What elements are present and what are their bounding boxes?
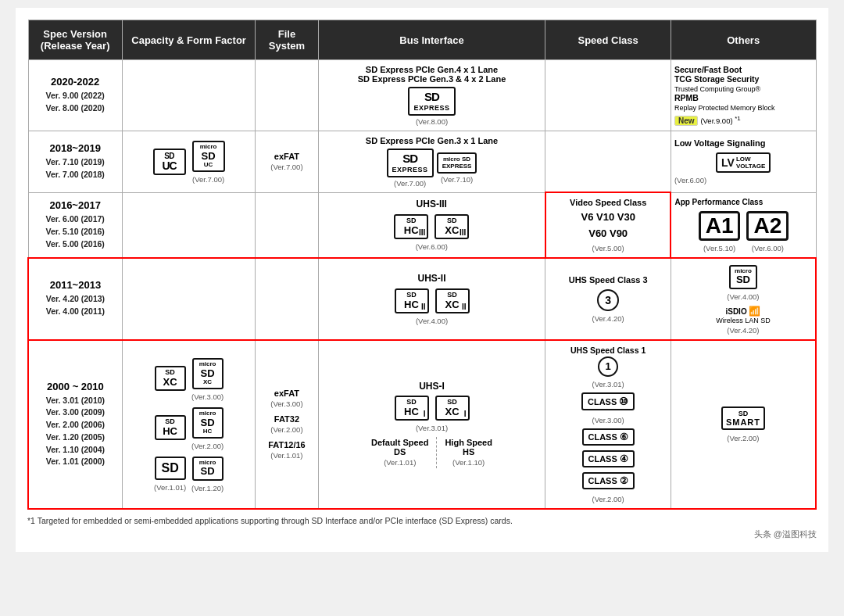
ds-hs-divider <box>436 437 437 468</box>
sdhci-logo: SD HC I <box>395 396 429 421</box>
new-badge: New <box>674 116 699 126</box>
uhs1-section: UHS Speed Class 1 1 (Ver.3.01) <box>570 346 646 389</box>
bus-2000-content: UHS-I SD HC I SD XC I <box>322 381 542 468</box>
bus-2011-logos: SD HC II SD XC II <box>393 287 471 315</box>
lv-logo: LV LOWVOLTAGE <box>716 152 771 173</box>
microsdexpress-logo-wrap: micro SD EXPRESS <box>437 152 477 174</box>
page-wrapper: Spec Version (Release Year) Capacity & F… <box>16 8 828 552</box>
microsduc-logo: micro SD UC <box>192 141 225 172</box>
year-label-2020: 2020-2022 Ver. 9.00 (2022)Ver. 8.00 (202… <box>28 60 122 131</box>
capacity-2020 <box>122 60 256 131</box>
class2-box: CLASS ② <box>582 472 635 489</box>
roman-i-2: I <box>464 410 467 418</box>
sduc-logo: SD UC <box>153 149 186 175</box>
sdxcii-logo: SD XC II <box>435 288 470 313</box>
others-2020: Secure/Fast Boot TCG Storage Security Tr… <box>671 60 816 131</box>
sdxc-logo: SD XC <box>155 366 186 391</box>
high-speed: High SpeedHS (Ver.1.10) <box>445 438 492 467</box>
watermark: 头条 @溢图科技 <box>27 528 817 540</box>
col-speed: Speed Class <box>545 20 671 60</box>
bus-2020-content: SD Express PCIe Gen.4 x 1 LaneSD Express… <box>322 65 542 126</box>
sdhciii-logo: SD HC III <box>394 214 428 239</box>
sdhcii-logo: SD HC II <box>395 288 429 313</box>
app-class-logos: A1 (Ver.5.10) A2 (Ver.6.00) <box>674 210 812 252</box>
roman-iii-1: III <box>419 228 425 237</box>
row-2000: 2000 ~ 2010 Ver. 3.01 (2010) Ver. 3.00 (… <box>28 340 816 509</box>
class4-box: CLASS ④ <box>582 450 635 467</box>
capacity-2016 <box>122 192 256 258</box>
sdhc-logo: SD HC <box>155 415 186 440</box>
uhsi-logos: SD HC I SD XC I <box>393 394 471 422</box>
bus-2018-desc: SD Express PCIe Gen.3 x 1 Lane <box>366 136 498 145</box>
col-filesystem: File System <box>256 20 318 60</box>
roman-ii-2: II <box>462 303 467 311</box>
sduc-wrap: SD UC <box>152 147 188 177</box>
bus-2018: SD Express PCIe Gen.3 x 1 Lane SD EXPRES… <box>318 131 545 192</box>
isdi-label: iSDIO 📶 <box>725 306 760 317</box>
fs-2000: exFAT (Ver.3.00) FAT32 (Ver.2.00) FAT12/… <box>256 340 318 509</box>
wireless-label: Wireless LAN SD <box>716 317 771 324</box>
sd-smart-logo: SD SMART <box>721 406 765 430</box>
fs-2018: exFAT (Ver.7.00) <box>256 131 318 192</box>
speed-2018 <box>545 131 671 192</box>
row-2020: 2020-2022 Ver. 9.00 (2022)Ver. 8.00 (202… <box>28 60 816 131</box>
bus-2016: UHS-III SD HC III S <box>318 192 545 258</box>
fs-2011 <box>256 258 318 340</box>
microsd-400-logo: micro SD <box>729 265 757 289</box>
bus-2011-content: UHS-II SD HC II SD <box>322 273 542 325</box>
microsdexpress-logo: micro SD EXPRESS <box>437 152 477 174</box>
sd-logo-std: SD <box>155 457 186 480</box>
bus-2011: UHS-II SD HC II SD <box>318 258 545 340</box>
others-2011-content: micro SD (Ver.4.00) iSDIO 📶 Wireless LAN… <box>674 263 812 335</box>
year-label-2016: 2016~2017 Ver. 6.00 (2017)Ver. 5.10 (201… <box>28 192 122 258</box>
capacity-2011 <box>122 258 256 340</box>
col-bus: Bus Interface <box>318 20 545 60</box>
uhs3-label: UHS Speed Class 3 <box>569 275 648 285</box>
bus-2020: SD Express PCIe Gen.4 x 1 LaneSD Express… <box>318 60 545 131</box>
roman-iii-2: III <box>460 228 466 237</box>
app-class-a1: A1 <box>699 211 741 241</box>
bus-2018-content: SD Express PCIe Gen.3 x 1 Lane SD EXPRES… <box>322 136 542 188</box>
year-label-2018: 2018~2019 Ver. 7.10 (2019)Ver. 7.00 (201… <box>28 131 122 192</box>
sdexpress-logo: SD EXPRESS <box>408 87 455 116</box>
bus-2016-logos: SD HC III SD XC III <box>392 213 470 241</box>
microsdhc-logo: micro SD HC <box>192 407 224 439</box>
others-2000: SD SMART (Ver.2.00) <box>671 340 816 509</box>
fs-2020 <box>256 60 318 131</box>
bus-2020-desc: SD Express PCIe Gen.4 x 1 LaneSD Express… <box>358 65 506 84</box>
row-2016: 2016~2017 Ver. 6.00 (2017)Ver. 5.10 (201… <box>28 192 816 258</box>
speed-2000: UHS Speed Class 1 1 (Ver.3.01) CLASS ⑩ (… <box>545 340 671 509</box>
sd-express-logo-2020: SD EXPRESS (Ver.8.00) <box>408 87 455 126</box>
uhs3-content: UHS Speed Class 3 3 (Ver.4.20) <box>549 275 667 323</box>
video-speed-label: Video Speed Class <box>570 198 646 207</box>
col-spec-version: Spec Version (Release Year) <box>28 20 122 60</box>
capacity-2018: SD UC micro SD UC (Ver.7.00) <box>122 131 256 192</box>
roman-ii-1: II <box>421 303 426 311</box>
year-label-2000: 2000 ~ 2010 Ver. 3.01 (2010) Ver. 3.00 (… <box>28 340 122 509</box>
speed-2000-content: UHS Speed Class 1 1 (Ver.3.01) CLASS ⑩ (… <box>549 346 667 503</box>
sdxciii-logo: SD XC III <box>435 214 469 239</box>
microsdxc-logo: micro SD XC <box>192 358 224 389</box>
speed-2020 <box>545 60 671 131</box>
app-class-a2: A2 <box>746 211 789 241</box>
others-2011: micro SD (Ver.4.00) iSDIO 📶 Wireless LAN… <box>671 258 816 340</box>
video-speed-content: Video Speed Class V6 V10 V30 V60 V90 (Ve… <box>549 198 667 252</box>
microsduc-wrap: micro SD UC (Ver.7.00) <box>191 139 227 184</box>
video-speed-classes: V6 V10 V30 V60 V90 <box>581 210 635 242</box>
row-2018: 2018~2019 Ver. 7.10 (2019)Ver. 7.00 (201… <box>28 131 816 192</box>
main-table: Spec Version (Release Year) Capacity & F… <box>27 20 817 510</box>
others-2016: App Performance Class A1 (Ver.5.10) A2 (… <box>671 192 816 258</box>
sdxci-logo: SD XC I <box>435 396 470 421</box>
row-2011: 2011~2013 Ver. 4.20 (2013)Ver. 4.00 (201… <box>28 258 816 340</box>
bus-2018-logos: SD EXPRESS (Ver.7.00) micro SD EXPRESS <box>387 149 477 188</box>
uhs3-symbol: 3 <box>597 289 619 311</box>
default-speed: Default SpeedDS (Ver.1.01) <box>371 438 428 467</box>
roman-i-1: I <box>424 410 426 418</box>
speed-2016: Video Speed Class V6 V10 V30 V60 V90 (Ve… <box>545 192 671 258</box>
uhsi-section: UHS-I SD HC I SD XC I <box>393 381 471 432</box>
class10-box: CLASS ⑩ <box>581 392 635 410</box>
fs-2016 <box>256 192 318 258</box>
year-label-2011: 2011~2013 Ver. 4.20 (2013)Ver. 4.00 (201… <box>28 258 122 340</box>
microsd-std-logo: micro SD <box>192 457 224 481</box>
capacity-logos-2018: SD UC micro SD UC (Ver.7.00) <box>124 139 254 184</box>
